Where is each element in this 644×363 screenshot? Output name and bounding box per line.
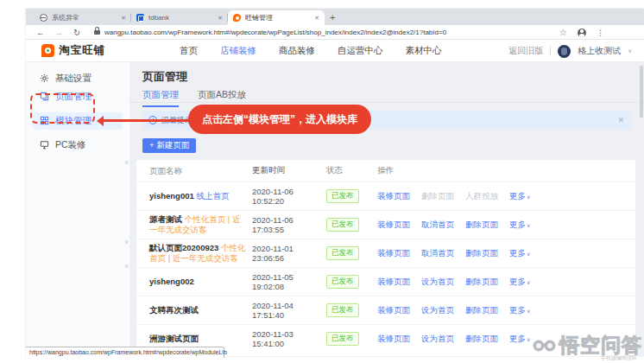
sidebar-item-label: 模块管理 — [55, 115, 92, 127]
browser-tab[interactable]: 系统异常✕ — [35, 10, 131, 25]
nav-item-商品装修[interactable]: 商品装修 — [279, 45, 315, 57]
taobao-wangpu-logo[interactable]: 淘宝旺铺 — [41, 43, 105, 58]
tab-close-icon[interactable]: ✕ — [314, 15, 319, 22]
op-取消首页[interactable]: 取消首页 — [421, 220, 454, 231]
sidebar-item-页面管理[interactable]: 页面管理 — [33, 88, 123, 105]
op-更多[interactable]: 更多∨ — [509, 220, 530, 231]
op-装修页面[interactable]: 装修页面 — [377, 305, 410, 316]
table-body: yisheng001 线上首页2020-11-06 10:52:20已发布装修页… — [136, 182, 635, 353]
update-time: 2020-11-06 17:03:55 — [252, 215, 326, 234]
sidebar-item-label: PC装修 — [55, 139, 86, 151]
table-header: 页面名称更新时间状态操作 — [136, 160, 635, 182]
update-time: 2020-11-06 10:52:20 — [252, 187, 326, 206]
op-装修页面[interactable]: 装修页面 — [377, 334, 410, 345]
gear-icon — [40, 73, 49, 85]
logo-text: 淘宝旺铺 — [59, 43, 105, 58]
watermark-subtitle: 手机版编辑团队 — [601, 354, 637, 362]
op-取消首页[interactable]: 取消首页 — [421, 248, 454, 259]
op-删除页面[interactable]: 删除页面 — [465, 277, 498, 288]
chevron-down-icon: ∨ — [527, 337, 530, 342]
back-icon[interactable]: ← — [36, 28, 45, 37]
column-header: 操作 — [377, 165, 635, 176]
tutorial-callout: 点击左侧“模块管理”，进入模块库 — [188, 105, 371, 134]
reload-icon[interactable]: ↻ — [73, 28, 80, 37]
tab-title: 旺铺管理 — [245, 13, 310, 22]
op-删除页面[interactable]: 删除页面 — [465, 334, 498, 345]
gutter-caret-icon[interactable]: ∨ — [124, 159, 129, 166]
page-name-cell: 文聘再次测试 — [149, 305, 252, 315]
forward-icon[interactable]: → — [55, 28, 64, 37]
op-更多[interactable]: 更多∨ — [509, 305, 530, 316]
op-设为首页[interactable]: 设为首页 — [421, 334, 454, 345]
nav-item-首页[interactable]: 首页 — [180, 45, 198, 57]
tab-title: tdbank — [148, 14, 213, 22]
user-avatar[interactable] — [558, 45, 571, 58]
page-name: yisheng001 — [149, 191, 194, 201]
sidebar-item-label: 基础设置 — [55, 73, 92, 85]
page-link[interactable]: 线上首页 — [196, 191, 229, 201]
browser-tab[interactable]: 旺铺管理✕ — [228, 10, 325, 25]
browser-tab[interactable]: tdbank✕ — [131, 10, 228, 25]
op-更多[interactable]: 更多∨ — [509, 334, 530, 345]
op-设为首页[interactable]: 设为首页 — [421, 305, 454, 316]
new-tab-button[interactable]: + — [330, 13, 335, 22]
op-装修页面[interactable]: 装修页面 — [377, 248, 410, 259]
update-time: 2020-11-05 19:02:08 — [252, 272, 326, 291]
op-装修页面[interactable]: 装修页面 — [377, 220, 410, 231]
op-删除页面[interactable]: 删除页面 — [465, 248, 498, 259]
op-更多[interactable]: 更多∨ — [509, 277, 530, 288]
main-nav: 首页店铺装修商品装修自运营中心素材中心 — [180, 45, 442, 57]
op-删除页面[interactable]: 删除页面 — [465, 305, 498, 316]
nav-item-店铺装修[interactable]: 店铺装修 — [220, 45, 256, 57]
op-装修页面[interactable]: 装修页面 — [377, 191, 410, 202]
header-divider — [550, 47, 551, 55]
scrollbar-thumb[interactable] — [640, 66, 643, 118]
status-cell: 已发布 — [326, 303, 377, 317]
tdbank-favicon — [136, 14, 144, 22]
chrome-profile-icon[interactable] — [578, 29, 586, 37]
op-人群投放: 人群投放 — [465, 191, 498, 202]
address-bar[interactable]: wangpu.taobao.com/wpFramework.htm#/wpdec… — [104, 29, 446, 36]
page-name-cell: yisheng002 — [149, 277, 252, 287]
op-更多[interactable]: 更多∨ — [509, 191, 530, 202]
column-header: 页面名称 — [149, 166, 252, 176]
new-page-button[interactable]: + 新建页面 — [142, 138, 196, 153]
watermark: 悟空问答 手机版编辑团队 — [533, 332, 642, 359]
back-to-old-link[interactable]: 返回旧版 — [508, 45, 543, 57]
sidebar-item-PC装修[interactable]: PC装修 — [33, 137, 123, 154]
status-cell: 已发布 — [326, 189, 377, 203]
chrome-menu-icon[interactable]: ⋮ — [597, 29, 604, 37]
op-装修页面[interactable]: 装修页面 — [377, 277, 410, 288]
user-name[interactable]: 格上收测试 — [578, 45, 621, 57]
sidebar: 基础设置页面管理模块管理PC装修 — [26, 62, 129, 356]
tab-close-icon[interactable]: ✕ — [121, 15, 126, 22]
gutter-caret-icon[interactable]: ∨ — [124, 239, 129, 245]
pages-icon — [40, 92, 49, 103]
op-设为首页[interactable]: 设为首页 — [421, 277, 454, 288]
lock-icon — [94, 30, 100, 35]
browser-toolbar: ← → ↻ wangpu.taobao.com/wpFramework.htm#… — [26, 25, 644, 40]
nav-item-素材中心[interactable]: 素材中心 — [406, 45, 442, 57]
update-time: 2020-11-03 15:41:00 — [252, 329, 326, 348]
tab-页面管理[interactable]: 页面管理 — [142, 89, 179, 107]
tab-close-icon[interactable]: ✕ — [218, 15, 223, 22]
page-name: 文聘再次测试 — [149, 305, 199, 315]
chevron-down-icon[interactable]: ∨ — [628, 48, 632, 54]
column-header: 状态 — [326, 165, 377, 176]
status-badge: 已发布 — [326, 332, 359, 346]
op-删除页面[interactable]: 删除页面 — [465, 220, 498, 231]
status-cell: 已发布 — [326, 275, 377, 289]
status-cell: 已发布 — [326, 218, 377, 232]
link-preview-statusbar: https://wangpu.taobao.com/wpFramework.ht… — [26, 347, 224, 358]
nav-item-自运营中心[interactable]: 自运营中心 — [338, 45, 383, 57]
op-更多[interactable]: 更多∨ — [509, 248, 530, 259]
alert-close-icon[interactable]: ✕ — [617, 116, 624, 124]
gutter-caret-icon[interactable]: ∨ — [124, 263, 129, 270]
modules-icon — [40, 116, 49, 127]
bookmark-star-icon[interactable]: ☆ — [559, 28, 567, 37]
operations-cell: 装修页面设为首页删除页面更多∨ — [377, 305, 635, 316]
page-name-cell: 默认页面20200923 个性化首页 | 近一年无成交访客 — [149, 243, 252, 264]
status-cell: 已发布 — [326, 246, 377, 260]
sidebar-item-基础设置[interactable]: 基础设置 — [33, 70, 123, 87]
monitor-icon — [40, 140, 49, 151]
